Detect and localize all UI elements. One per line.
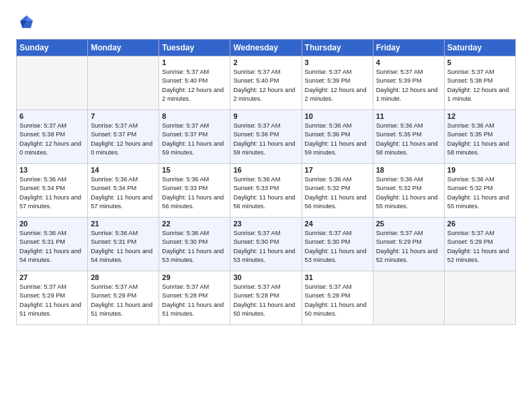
day-number: 15	[162, 166, 227, 174]
day-info: Sunrise: 5:37 AMSunset: 5:39 PMDaylight:…	[305, 68, 370, 103]
calendar-cell	[88, 56, 159, 110]
day-number: 11	[376, 112, 441, 120]
day-number: 22	[162, 220, 227, 228]
calendar-cell: 21Sunrise: 5:36 AMSunset: 5:31 PMDayligh…	[88, 218, 159, 271]
day-info: Sunrise: 5:37 AMSunset: 5:28 PMDaylight:…	[162, 283, 227, 318]
day-info: Sunrise: 5:36 AMSunset: 5:35 PMDaylight:…	[447, 122, 513, 157]
day-number: 5	[447, 58, 513, 66]
calendar-cell: 17Sunrise: 5:36 AMSunset: 5:32 PMDayligh…	[302, 164, 373, 218]
weekday-header-friday: Friday	[373, 40, 444, 56]
day-info: Sunrise: 5:37 AMSunset: 5:29 PMDaylight:…	[447, 229, 513, 265]
day-info: Sunrise: 5:36 AMSunset: 5:31 PMDaylight:…	[19, 229, 85, 265]
day-number: 24	[305, 220, 370, 228]
day-info: Sunrise: 5:37 AMSunset: 5:37 PMDaylight:…	[91, 122, 156, 157]
day-info: Sunrise: 5:36 AMSunset: 5:34 PMDaylight:…	[19, 175, 85, 211]
weekday-header-tuesday: Tuesday	[159, 40, 230, 56]
day-number: 17	[305, 166, 370, 174]
day-info: Sunrise: 5:37 AMSunset: 5:29 PMDaylight:…	[19, 283, 85, 318]
calendar-week-row: 20Sunrise: 5:36 AMSunset: 5:31 PMDayligh…	[17, 218, 516, 271]
day-number: 25	[376, 220, 441, 228]
day-number: 31	[305, 273, 370, 281]
day-number: 20	[19, 220, 85, 228]
day-number: 10	[305, 112, 370, 120]
page: SundayMondayTuesdayWednesdayThursdayFrid…	[0, 0, 532, 336]
day-info: Sunrise: 5:36 AMSunset: 5:32 PMDaylight:…	[376, 175, 441, 211]
calendar-cell	[17, 56, 88, 110]
calendar-cell: 18Sunrise: 5:36 AMSunset: 5:32 PMDayligh…	[373, 164, 444, 218]
calendar-cell: 23Sunrise: 5:37 AMSunset: 5:30 PMDayligh…	[230, 218, 302, 271]
calendar-cell: 8Sunrise: 5:37 AMSunset: 5:37 PMDaylight…	[159, 110, 230, 164]
day-info: Sunrise: 5:36 AMSunset: 5:30 PMDaylight:…	[162, 229, 227, 265]
day-number: 28	[91, 273, 156, 281]
calendar-cell: 14Sunrise: 5:36 AMSunset: 5:34 PMDayligh…	[88, 164, 159, 218]
calendar-cell: 12Sunrise: 5:36 AMSunset: 5:35 PMDayligh…	[444, 110, 515, 164]
day-info: Sunrise: 5:36 AMSunset: 5:36 PMDaylight:…	[305, 122, 370, 157]
day-info: Sunrise: 5:36 AMSunset: 5:32 PMDaylight:…	[305, 175, 370, 211]
day-info: Sunrise: 5:36 AMSunset: 5:33 PMDaylight:…	[233, 175, 298, 211]
weekday-header-saturday: Saturday	[444, 40, 515, 56]
day-number: 19	[447, 166, 513, 174]
day-number: 14	[91, 166, 156, 174]
calendar-cell: 5Sunrise: 5:37 AMSunset: 5:38 PMDaylight…	[444, 56, 515, 110]
calendar-cell: 27Sunrise: 5:37 AMSunset: 5:29 PMDayligh…	[17, 271, 88, 325]
day-number: 21	[91, 220, 156, 228]
header	[16, 13, 516, 32]
day-info: Sunrise: 5:36 AMSunset: 5:35 PMDaylight:…	[376, 122, 441, 157]
calendar-cell: 26Sunrise: 5:37 AMSunset: 5:29 PMDayligh…	[444, 218, 515, 271]
calendar-table: SundayMondayTuesdayWednesdayThursdayFrid…	[16, 39, 516, 325]
day-number: 1	[162, 58, 227, 66]
day-number: 6	[19, 112, 85, 120]
calendar-cell: 30Sunrise: 5:37 AMSunset: 5:28 PMDayligh…	[230, 271, 302, 325]
logo	[16, 13, 38, 32]
calendar-cell: 25Sunrise: 5:37 AMSunset: 5:29 PMDayligh…	[373, 218, 444, 271]
calendar-week-row: 13Sunrise: 5:36 AMSunset: 5:34 PMDayligh…	[17, 164, 516, 218]
calendar-cell: 1Sunrise: 5:37 AMSunset: 5:40 PMDaylight…	[159, 56, 230, 110]
day-number: 26	[447, 220, 513, 228]
day-number: 27	[19, 273, 85, 281]
day-info: Sunrise: 5:37 AMSunset: 5:29 PMDaylight:…	[91, 283, 156, 318]
day-info: Sunrise: 5:37 AMSunset: 5:28 PMDaylight:…	[305, 283, 370, 318]
day-info: Sunrise: 5:37 AMSunset: 5:37 PMDaylight:…	[162, 122, 227, 157]
calendar-cell: 15Sunrise: 5:36 AMSunset: 5:33 PMDayligh…	[159, 164, 230, 218]
calendar-cell	[373, 271, 444, 325]
calendar-cell: 28Sunrise: 5:37 AMSunset: 5:29 PMDayligh…	[88, 271, 159, 325]
logo-icon	[16, 13, 35, 32]
calendar-cell: 22Sunrise: 5:36 AMSunset: 5:30 PMDayligh…	[159, 218, 230, 271]
calendar-cell: 2Sunrise: 5:37 AMSunset: 5:40 PMDaylight…	[230, 56, 302, 110]
svg-marker-1	[27, 15, 33, 21]
day-info: Sunrise: 5:36 AMSunset: 5:34 PMDaylight:…	[91, 175, 156, 211]
weekday-header-row: SundayMondayTuesdayWednesdayThursdayFrid…	[17, 40, 516, 56]
day-number: 9	[233, 112, 298, 120]
calendar-cell: 10Sunrise: 5:36 AMSunset: 5:36 PMDayligh…	[302, 110, 373, 164]
calendar-week-row: 6Sunrise: 5:37 AMSunset: 5:38 PMDaylight…	[17, 110, 516, 164]
weekday-header-wednesday: Wednesday	[230, 40, 302, 56]
calendar-cell: 7Sunrise: 5:37 AMSunset: 5:37 PMDaylight…	[88, 110, 159, 164]
weekday-header-sunday: Sunday	[17, 40, 88, 56]
calendar-cell: 24Sunrise: 5:37 AMSunset: 5:30 PMDayligh…	[302, 218, 373, 271]
calendar-cell: 3Sunrise: 5:37 AMSunset: 5:39 PMDaylight…	[302, 56, 373, 110]
day-number: 8	[162, 112, 227, 120]
day-number: 7	[91, 112, 156, 120]
day-info: Sunrise: 5:37 AMSunset: 5:38 PMDaylight:…	[447, 68, 513, 103]
calendar-cell: 4Sunrise: 5:37 AMSunset: 5:39 PMDaylight…	[373, 56, 444, 110]
day-info: Sunrise: 5:37 AMSunset: 5:29 PMDaylight:…	[376, 229, 441, 265]
day-number: 2	[233, 58, 298, 66]
day-number: 3	[305, 58, 370, 66]
calendar-cell: 13Sunrise: 5:36 AMSunset: 5:34 PMDayligh…	[17, 164, 88, 218]
weekday-header-monday: Monday	[88, 40, 159, 56]
day-info: Sunrise: 5:37 AMSunset: 5:36 PMDaylight:…	[233, 122, 298, 157]
day-info: Sunrise: 5:36 AMSunset: 5:32 PMDaylight:…	[447, 175, 513, 211]
day-number: 30	[233, 273, 298, 281]
calendar-cell: 29Sunrise: 5:37 AMSunset: 5:28 PMDayligh…	[159, 271, 230, 325]
calendar-week-row: 27Sunrise: 5:37 AMSunset: 5:29 PMDayligh…	[17, 271, 516, 325]
day-number: 23	[233, 220, 298, 228]
day-number: 12	[447, 112, 513, 120]
day-number: 4	[376, 58, 441, 66]
calendar-cell	[444, 271, 515, 325]
day-info: Sunrise: 5:37 AMSunset: 5:30 PMDaylight:…	[233, 229, 298, 265]
calendar-cell: 16Sunrise: 5:36 AMSunset: 5:33 PMDayligh…	[230, 164, 302, 218]
day-info: Sunrise: 5:37 AMSunset: 5:38 PMDaylight:…	[19, 122, 85, 157]
day-number: 18	[376, 166, 441, 174]
calendar-cell: 6Sunrise: 5:37 AMSunset: 5:38 PMDaylight…	[17, 110, 88, 164]
day-info: Sunrise: 5:37 AMSunset: 5:28 PMDaylight:…	[233, 283, 298, 318]
